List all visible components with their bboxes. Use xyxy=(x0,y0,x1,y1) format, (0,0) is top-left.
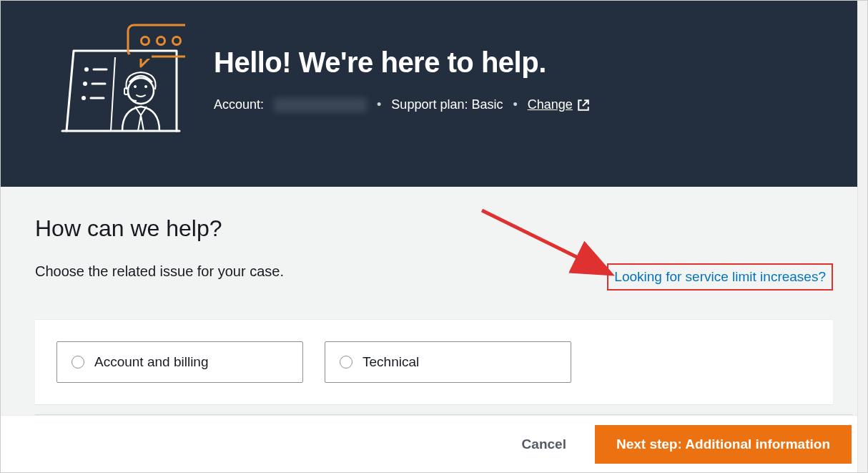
hero-banner: Hello! We're here to help. Account: • Su… xyxy=(1,1,867,187)
external-link-icon xyxy=(577,99,590,112)
option-label: Technical xyxy=(363,354,419,370)
svg-point-3 xyxy=(83,82,87,86)
svg-point-1 xyxy=(84,67,89,72)
service-limit-link[interactable]: Looking for service limit increases? xyxy=(614,269,826,284)
change-plan-link[interactable]: Change xyxy=(528,97,590,112)
account-label: Account: xyxy=(214,97,264,112)
radio-icon xyxy=(340,356,352,369)
svg-point-13 xyxy=(157,37,165,45)
svg-point-5 xyxy=(82,96,86,100)
footer-actions: Cancel Next step: Additional information xyxy=(1,415,866,472)
page-title: How can we help? xyxy=(35,215,833,242)
hero-title: Hello! We're here to help. xyxy=(214,47,590,79)
option-technical[interactable]: Technical xyxy=(325,341,571,383)
account-value-redacted xyxy=(274,98,367,112)
scrollbar[interactable] xyxy=(857,1,867,472)
option-account-billing[interactable]: Account and billing xyxy=(56,341,303,383)
radio-icon xyxy=(71,356,84,369)
change-label: Change xyxy=(528,97,573,112)
options-card: Account and billing Technical xyxy=(35,319,833,404)
subtitle: Choose the related issue for your case. xyxy=(35,263,284,280)
svg-line-7 xyxy=(111,57,115,131)
cancel-button[interactable]: Cancel xyxy=(522,437,566,452)
annotation-highlight-box: Looking for service limit increases? xyxy=(607,263,833,291)
main-content: How can we help? Choose the related issu… xyxy=(1,187,867,415)
support-plan: Support plan: Basic xyxy=(391,97,503,112)
next-step-button[interactable]: Next step: Additional information xyxy=(595,425,852,464)
svg-rect-11 xyxy=(129,54,152,59)
svg-point-12 xyxy=(142,37,149,45)
hero-meta: Account: • Support plan: Basic • Change xyxy=(214,97,590,112)
option-label: Account and billing xyxy=(94,354,209,370)
separator-dot: • xyxy=(513,97,517,112)
support-illustration-icon xyxy=(35,18,185,140)
separator-dot: • xyxy=(377,97,381,112)
svg-point-14 xyxy=(173,37,181,45)
